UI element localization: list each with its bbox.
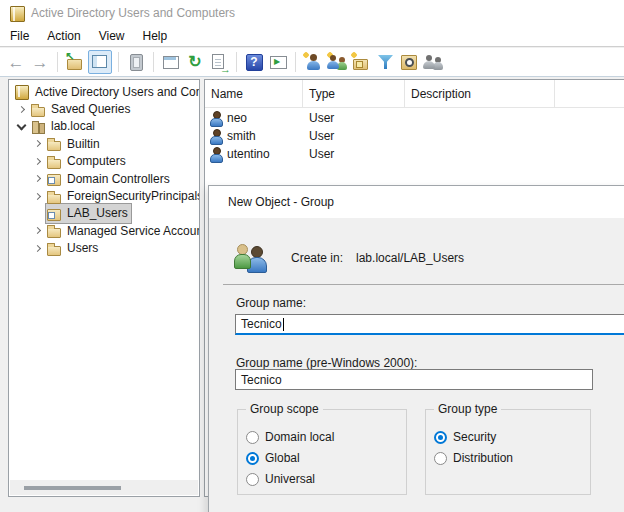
column-header-type[interactable]: Type xyxy=(303,80,405,107)
chevron-spacer xyxy=(30,205,46,222)
tree-item-root[interactable]: Active Directory Users and Computers xyxy=(9,83,199,100)
tree-item-lab-local[interactable]: lab.local xyxy=(9,118,199,135)
chevron-right-icon[interactable] xyxy=(30,240,46,257)
user-icon xyxy=(208,110,224,126)
new-user-icon[interactable] xyxy=(302,51,324,73)
show-console-tree-icon[interactable] xyxy=(88,50,112,74)
ou-icon xyxy=(47,205,63,222)
title-bar[interactable]: Active Directory Users and Computers xyxy=(0,0,624,26)
radio-circle-checked[interactable] xyxy=(246,452,259,465)
row-name: smith xyxy=(227,129,256,143)
tree-item-label: ForeignSecurityPrincipals xyxy=(67,189,200,203)
second-person-glyph xyxy=(337,57,347,71)
tree-item-core: Active Directory Users and Computers xyxy=(14,82,200,101)
name-cell: smith xyxy=(205,128,303,144)
tree-item-managed-service-accounts[interactable]: Managed Service Accounts xyxy=(9,222,199,239)
tree-item-domain-controllers[interactable]: Domain Controllers xyxy=(9,170,199,187)
pre2000-value: Tecnico xyxy=(241,373,282,387)
export-list-icon[interactable] xyxy=(208,51,230,73)
properties-icon[interactable] xyxy=(125,51,147,73)
tree-item-core: Domain Controllers xyxy=(46,169,173,188)
radio-global[interactable]: Global xyxy=(246,451,300,465)
tree-item-users[interactable]: Users xyxy=(9,240,199,257)
tree-item-label: Users xyxy=(67,241,98,255)
back-icon[interactable] xyxy=(5,51,27,73)
pre2000-input[interactable]: Tecnico xyxy=(235,369,593,390)
tree-item-lab-users[interactable]: LAB_Users xyxy=(9,205,199,222)
folder-icon xyxy=(47,240,63,257)
menu-help[interactable]: Help xyxy=(143,29,178,43)
chevron-right-icon[interactable] xyxy=(30,170,46,187)
description-bar-icon[interactable] xyxy=(160,51,182,73)
horizontal-scrollbar[interactable] xyxy=(10,480,198,495)
chevron-down-icon[interactable] xyxy=(14,118,30,135)
forward-icon[interactable] xyxy=(29,51,51,73)
tree-item-builtin[interactable]: Builtin xyxy=(9,135,199,152)
new-ou-icon[interactable] xyxy=(350,51,372,73)
user-icon xyxy=(208,146,224,162)
window-title: Active Directory Users and Computers xyxy=(31,6,235,20)
aduc-window: Active Directory Users and Computers Fil… xyxy=(0,0,624,512)
column-header-description[interactable]: Description xyxy=(405,80,555,107)
tree-item-label: LAB_Users xyxy=(67,206,128,220)
tree-item-computers[interactable]: Computers xyxy=(9,153,199,170)
radio-security[interactable]: Security xyxy=(434,430,496,444)
list-row-smith[interactable]: smith User xyxy=(205,127,624,145)
list-row-utentino[interactable]: utentino User xyxy=(205,145,624,163)
group-type-label: Group type xyxy=(434,402,501,416)
radio-domain-local[interactable]: Domain local xyxy=(246,430,334,444)
radio-label: Global xyxy=(265,451,300,465)
radio-circle[interactable] xyxy=(246,473,259,486)
refresh-icon[interactable] xyxy=(184,51,206,73)
scrollbar-thumb[interactable] xyxy=(24,486,121,490)
folder-icon xyxy=(47,188,63,205)
list-row-neo[interactable]: neo User xyxy=(205,109,624,127)
group-scope-box: Group scope Domain local Global Universa… xyxy=(237,409,407,495)
console-root-icon xyxy=(15,83,31,100)
filter-icon[interactable] xyxy=(374,51,396,73)
group-type-box: Group type Security Distribution xyxy=(425,409,591,495)
tree-item-saved-queries[interactable]: Saved Queries xyxy=(9,100,199,117)
chevron-right-icon[interactable] xyxy=(30,222,46,239)
tree-item-core: Builtin xyxy=(46,134,103,153)
delegate-control-icon[interactable] xyxy=(422,51,444,73)
radio-circle-checked[interactable] xyxy=(434,431,447,444)
new-window-icon[interactable] xyxy=(267,51,289,73)
chevron-right-icon[interactable] xyxy=(30,135,46,152)
tree: Active Directory Users and Computers Sav… xyxy=(9,83,199,257)
chevron-right-icon[interactable] xyxy=(14,101,30,118)
tree-item-label: Active Directory Users and Computers xyxy=(35,85,200,99)
group-name-label: Group name: xyxy=(236,296,306,310)
find-icon[interactable] xyxy=(398,51,420,73)
new-group-icon[interactable] xyxy=(326,51,348,73)
folder-icon xyxy=(31,101,47,118)
dialog-title-bar[interactable]: New Object - Group xyxy=(209,186,624,218)
column-header-name[interactable]: Name xyxy=(205,80,303,107)
ou-icon xyxy=(47,170,63,187)
name-cell: utentino xyxy=(205,146,303,162)
radio-universal[interactable]: Universal xyxy=(246,472,315,486)
chevron-right-icon[interactable] xyxy=(30,188,46,205)
tree-item-core: Saved Queries xyxy=(30,100,133,119)
radio-circle[interactable] xyxy=(246,431,259,444)
radio-distribution[interactable]: Distribution xyxy=(434,451,513,465)
menu-view[interactable]: View xyxy=(99,29,135,43)
tree-item-core: Managed Service Accounts xyxy=(46,221,200,240)
menu-action[interactable]: Action xyxy=(47,29,90,43)
up-one-level-icon[interactable] xyxy=(64,51,86,73)
create-in-value: lab.local/LAB_Users xyxy=(356,251,464,265)
toolbar-separator xyxy=(295,52,296,72)
domain-icon xyxy=(31,118,47,135)
list-header: Name Type Description xyxy=(205,80,624,108)
new-object-group-dialog: New Object - Group Create in: lab.local/… xyxy=(208,185,624,512)
help-icon[interactable] xyxy=(243,51,265,73)
group-name-input[interactable]: Tecnico xyxy=(235,314,624,335)
tree-item-foreign-security-principals[interactable]: ForeignSecurityPrincipals xyxy=(9,187,199,204)
radio-circle[interactable] xyxy=(434,452,447,465)
pre2000-label: Group name (pre-Windows 2000): xyxy=(236,356,417,370)
tree-item-core: Computers xyxy=(46,152,129,171)
group-scope-label: Group scope xyxy=(246,402,323,416)
radio-label: Distribution xyxy=(453,451,513,465)
chevron-right-icon[interactable] xyxy=(30,153,46,170)
menu-file[interactable]: File xyxy=(10,29,39,43)
